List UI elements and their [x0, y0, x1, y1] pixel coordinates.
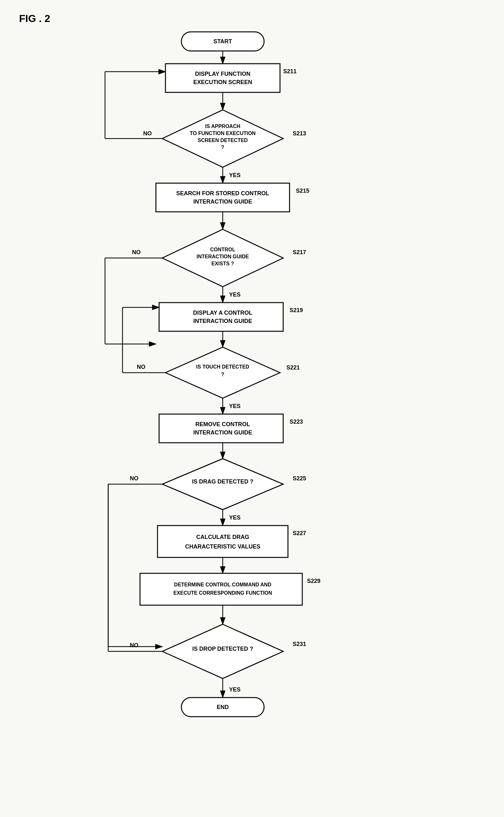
svg-text:IS APPROACH: IS APPROACH [205, 123, 241, 129]
svg-text:NO: NO [143, 130, 152, 137]
svg-text:YES: YES [229, 403, 241, 409]
page: FIG . 2 START DISPLAY FUNCTION EXECUTION… [0, 0, 504, 817]
svg-text:DETERMINE CONTROL COMMAND AND: DETERMINE CONTROL COMMAND AND [174, 582, 271, 587]
svg-text:SCREEN DETECTED: SCREEN DETECTED [198, 137, 248, 143]
svg-text:IS DRAG DETECTED ?: IS DRAG DETECTED ? [192, 478, 253, 485]
s215-label: S215 [296, 187, 309, 194]
svg-text:NO: NO [137, 364, 145, 370]
flowchart: START DISPLAY FUNCTION EXECUTION SCREEN … [64, 25, 414, 809]
figure-label: FIG . 2 [19, 13, 50, 25]
svg-text:INTERACTION GUIDE: INTERACTION GUIDE [193, 198, 252, 205]
svg-text:DISPLAY FUNCTION: DISPLAY FUNCTION [195, 71, 250, 77]
svg-text:END: END [217, 704, 229, 710]
svg-text:CONTROL: CONTROL [210, 247, 235, 252]
svg-text:EXECUTION SCREEN: EXECUTION SCREEN [193, 79, 252, 85]
svg-rect-46 [159, 414, 283, 443]
s223-label: S223 [290, 419, 303, 425]
svg-text:CALCULATE DRAG: CALCULATE DRAG [196, 534, 249, 540]
svg-text:YES: YES [229, 514, 241, 521]
svg-text:CHARACTERISTIC VALUES: CHARACTERISTIC VALUES [185, 543, 261, 550]
s217-label: S217 [293, 249, 306, 256]
svg-text:EXECUTE CORRESPONDING FUNCTION: EXECUTE CORRESPONDING FUNCTION [173, 590, 272, 595]
svg-text:?: ? [221, 144, 224, 150]
svg-text:SEARCH FOR STORED CONTROL: SEARCH FOR STORED CONTROL [176, 190, 269, 196]
s219-label: S219 [290, 307, 303, 313]
svg-text:IS TOUCH DETECTED: IS TOUCH DETECTED [196, 364, 249, 370]
svg-text:DISPLAY A CONTROL: DISPLAY A CONTROL [193, 310, 253, 316]
svg-text:?: ? [221, 372, 224, 377]
svg-text:YES: YES [229, 172, 241, 178]
svg-text:YES: YES [229, 292, 241, 298]
svg-text:INTERACTION GUIDE: INTERACTION GUIDE [197, 254, 249, 259]
svg-text:NO: NO [130, 642, 138, 649]
svg-text:NO: NO [130, 475, 138, 482]
svg-text:YES: YES [229, 687, 241, 693]
s227-label: S227 [293, 530, 306, 536]
s225-label: S225 [293, 475, 306, 482]
svg-text:REMOVE CONTROL: REMOVE CONTROL [195, 421, 250, 427]
svg-rect-19 [156, 183, 290, 212]
svg-text:EXISTS ?: EXISTS ? [211, 261, 234, 266]
s221-label: S221 [286, 364, 300, 371]
svg-rect-62 [140, 573, 302, 605]
start-label: START [213, 38, 232, 45]
s229-label: S229 [307, 578, 320, 584]
svg-rect-33 [159, 303, 283, 331]
s231-label: S231 [293, 641, 306, 647]
svg-text:INTERACTION GUIDE: INTERACTION GUIDE [193, 429, 252, 436]
s211-label: S211 [283, 68, 297, 74]
svg-rect-3 [165, 64, 280, 92]
svg-rect-58 [157, 525, 288, 557]
svg-text:INTERACTION GUIDE: INTERACTION GUIDE [193, 318, 252, 324]
svg-text:NO: NO [132, 249, 141, 256]
svg-text:TO FUNCTION EXECUTION: TO FUNCTION EXECUTION [190, 130, 256, 136]
svg-text:IS DROP DETECTED ?: IS DROP DETECTED ? [192, 646, 253, 652]
s213-label: S213 [293, 130, 306, 137]
